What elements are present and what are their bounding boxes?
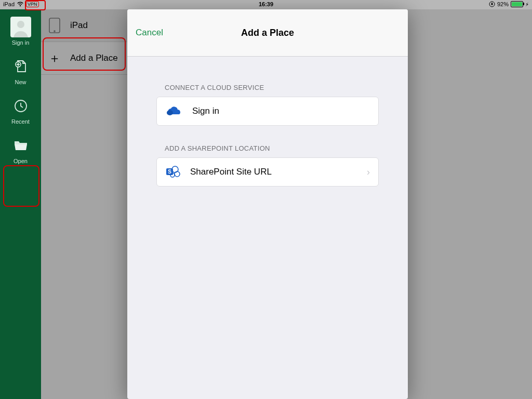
clock: 16:39 [0,1,532,7]
svg-point-2 [17,21,24,28]
ipad-device-icon [48,18,61,33]
svg-text:S: S [168,169,171,175]
sharepoint-url-label: SharePoint Site URL [190,167,272,177]
charging-icon: ⚡︎ [525,2,529,7]
cloud-signin-cell[interactable]: Sign in [156,97,379,126]
place-ipad-label: iPad [70,20,88,31]
orientation-lock-icon [489,1,495,7]
sidebar-item-open[interactable]: Open [0,133,41,167]
battery-icon [511,1,523,7]
recent-icon [0,97,41,115]
new-file-icon [0,57,41,76]
add-place-modal: Cancel Add a Place CONNECT A CLOUD SERVI… [127,9,408,399]
battery-pct: 92% [497,1,509,7]
new-label: New [0,79,41,85]
sidebar-item-recent[interactable]: Recent [0,94,41,128]
modal-header: Cancel Add a Place [127,9,408,57]
signin-label: Sign in [0,39,41,46]
svg-point-10 [167,110,173,115]
svg-point-6 [54,31,55,32]
sharepoint-url-cell[interactable]: S SharePoint Site URL › [156,157,379,187]
ios-status-bar: iPad VPN 16:39 92% ⚡︎ [0,0,532,9]
open-label: Open [0,158,41,164]
cloud-signin-label: Sign in [192,106,219,116]
sidebar-item-new[interactable]: New [0,54,41,88]
avatar-icon [0,18,41,36]
sidebar-item-signin[interactable]: Sign in [0,9,41,49]
sharepoint-icon: S [165,165,181,179]
chevron-right-icon: › [367,167,370,178]
open-folder-icon [0,136,41,155]
recent-label: Recent [0,118,41,125]
plus-icon: ＋ [48,52,61,64]
place-add-label: Add a Place [70,53,118,63]
left-sidebar: Sign in New Recent [0,9,41,399]
cancel-button[interactable]: Cancel [136,28,163,38]
modal-title: Add a Place [127,28,408,38]
section-sp-title: ADD A SHAREPOINT LOCATION [165,144,408,152]
svg-point-12 [175,171,180,177]
section-cloud-title: CONNECT A CLOUD SERVICE [165,84,408,91]
onedrive-icon [165,105,183,117]
